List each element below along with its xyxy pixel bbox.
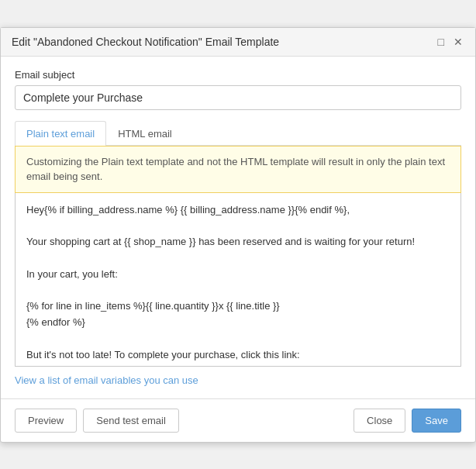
- tab-html[interactable]: HTML email: [106, 121, 184, 146]
- minimize-icon: □: [438, 36, 444, 48]
- modal-header: Edit "Abandoned Checkout Notification" E…: [1, 28, 475, 57]
- email-body-textarea[interactable]: Hey{% if billing_address.name %} {{ bill…: [16, 193, 460, 364]
- footer-right: Close Save: [354, 409, 461, 433]
- send-test-button[interactable]: Send test email: [83, 409, 179, 433]
- close-footer-button[interactable]: Close: [354, 409, 405, 433]
- tab-plain-text[interactable]: Plain text email: [15, 121, 106, 146]
- variables-link[interactable]: View a list of email variables you can u…: [15, 374, 198, 386]
- preview-button[interactable]: Preview: [15, 409, 77, 433]
- modal-container: Edit "Abandoned Checkout Notification" E…: [0, 27, 476, 443]
- email-subject-label: Email subject: [15, 69, 461, 81]
- email-subject-input[interactable]: [15, 85, 461, 110]
- email-content-wrapper: Hey{% if billing_address.name %} {{ bill…: [15, 193, 461, 367]
- warning-box: Customizing the Plain text template and …: [15, 146, 461, 193]
- minimize-button[interactable]: □: [436, 36, 446, 47]
- save-button[interactable]: Save: [412, 409, 461, 433]
- modal-title: Edit "Abandoned Checkout Notification" E…: [12, 36, 279, 48]
- close-button[interactable]: ✕: [452, 36, 464, 47]
- warning-text: Customizing the Plain text template and …: [26, 156, 445, 183]
- modal-header-icons: □ ✕: [436, 36, 464, 47]
- modal-body: Email subject Plain text email HTML emai…: [1, 57, 475, 398]
- tabs-container: Plain text email HTML email: [15, 121, 461, 146]
- modal-footer: Preview Send test email Close Save: [1, 398, 475, 442]
- footer-left: Preview Send test email: [15, 409, 179, 433]
- close-icon: ✕: [454, 36, 463, 48]
